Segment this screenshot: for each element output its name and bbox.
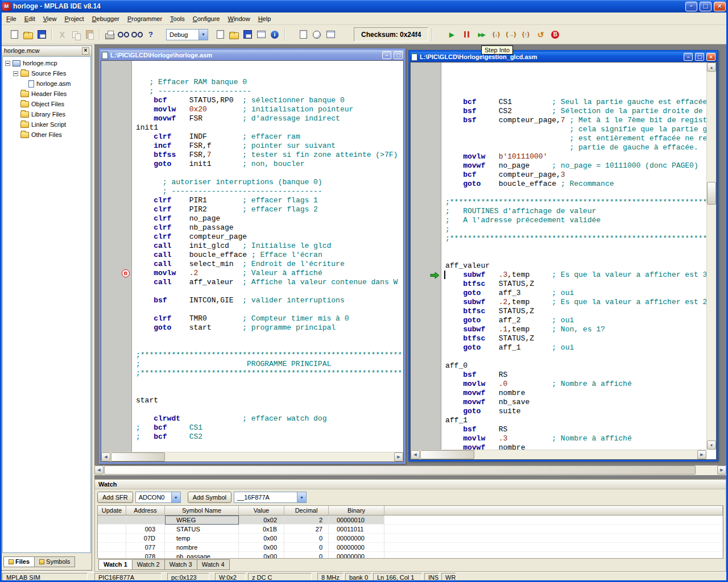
minimize-button[interactable]: – bbox=[685, 2, 697, 11]
logic-analyzer-icon[interactable] bbox=[324, 28, 337, 41]
watch-row[interactable]: WREG0x02200000010 bbox=[98, 516, 723, 525]
menu-programmer[interactable]: Programmer bbox=[123, 14, 166, 24]
editor2-close-button[interactable]: × bbox=[706, 53, 715, 61]
watch-row[interactable]: 078nb_passage0x00000000000 bbox=[98, 552, 723, 559]
save-workspace-icon[interactable] bbox=[241, 28, 254, 41]
tree-item-linker-script[interactable]: Linker Script bbox=[3, 119, 90, 130]
halt-icon[interactable] bbox=[460, 28, 473, 41]
watch-tab-watch-4[interactable]: Watch 4 bbox=[197, 559, 230, 570]
scroll-thumb[interactable] bbox=[420, 450, 474, 459]
watch-column-binary[interactable]: Binary bbox=[329, 506, 384, 516]
menu-edit[interactable]: Edit bbox=[20, 14, 39, 24]
tree-item-other-files[interactable]: Other Files bbox=[3, 130, 90, 140]
sfr-select[interactable]: ADCON0 ▼ bbox=[135, 492, 181, 503]
watch-column-symbol-name[interactable]: Symbol Name bbox=[165, 506, 239, 516]
tree-item-source-files[interactable]: Source Files bbox=[3, 68, 90, 78]
menu-help[interactable]: Help bbox=[254, 14, 275, 24]
scroll-right-icon[interactable]: ▶ bbox=[394, 452, 403, 462]
scroll-thumb[interactable] bbox=[104, 465, 696, 475]
editor1-minimize-button[interactable]: – bbox=[382, 51, 391, 59]
menu-project[interactable]: Project bbox=[60, 14, 88, 24]
workspace-horizontal-scrollbar[interactable]: ◀ ▶ bbox=[94, 465, 726, 475]
project-tab-symbols[interactable]: Symbols bbox=[34, 556, 75, 567]
add-sfr-button[interactable]: Add SFR bbox=[97, 492, 133, 503]
menu-view[interactable]: View bbox=[39, 14, 61, 24]
editor2-code-area[interactable]: bcf CS1 ; Seul la partie gauche est effa… bbox=[442, 63, 706, 450]
chevron-down-icon[interactable]: ▼ bbox=[171, 492, 180, 502]
find-icon[interactable] bbox=[117, 28, 130, 41]
watch-tab-watch-1[interactable]: Watch 1 bbox=[98, 559, 133, 570]
menu-configure[interactable]: Configure bbox=[189, 14, 224, 24]
editor2-maximize-button[interactable]: □ bbox=[695, 53, 704, 61]
tree-expander-icon[interactable] bbox=[13, 71, 18, 76]
stimulus-icon[interactable] bbox=[297, 28, 309, 41]
scroll-up-icon[interactable]: ▲ bbox=[707, 63, 716, 72]
watch-column-decimal[interactable]: Decimal bbox=[284, 506, 329, 516]
step-over-icon[interactable]: {→} bbox=[504, 28, 517, 41]
project-window-header[interactable]: horloge.mcw × bbox=[2, 46, 92, 56]
help-icon[interactable]: ? bbox=[144, 28, 157, 41]
tree-item-object-files[interactable]: Object Files bbox=[3, 99, 90, 109]
title-bar[interactable]: M horloge - MPLAB IDE v8.14 – □ × bbox=[0, 0, 728, 13]
watch-caption[interactable]: Watch bbox=[95, 480, 726, 489]
scroll-right-icon[interactable]: ▶ bbox=[697, 450, 706, 459]
new-file-icon[interactable] bbox=[8, 28, 20, 41]
breakpoint-icon[interactable]: B bbox=[122, 269, 130, 277]
breakpoints-icon[interactable] bbox=[549, 28, 561, 41]
open-project-icon[interactable] bbox=[228, 28, 240, 41]
step-into-icon[interactable]: {↓} bbox=[490, 28, 502, 41]
editor2-horizontal-scrollbar[interactable]: ◀ ▶ bbox=[411, 450, 706, 459]
add-symbol-button[interactable]: Add Symbol bbox=[188, 492, 231, 503]
info-icon[interactable] bbox=[268, 28, 281, 41]
editor2-gutter[interactable] bbox=[411, 63, 441, 450]
find-next-icon[interactable] bbox=[131, 28, 143, 41]
paste-icon[interactable] bbox=[83, 28, 96, 41]
menu-window[interactable]: Window bbox=[224, 14, 254, 24]
chevron-down-icon[interactable]: ▼ bbox=[297, 492, 306, 502]
editor-window-horloge[interactable]: L:\PIC\GLCD\Horloge\horloge.asm – □ B ; … bbox=[99, 48, 406, 464]
menu-debugger[interactable]: Debugger bbox=[88, 14, 123, 24]
step-out-icon[interactable]: {↑} bbox=[519, 28, 532, 41]
menu-file[interactable]: File bbox=[2, 14, 20, 24]
scroll-left-icon[interactable]: ◀ bbox=[94, 465, 104, 475]
editor1-horizontal-scrollbar[interactable]: ◀ ▶ bbox=[101, 452, 403, 462]
build-options-icon[interactable] bbox=[255, 28, 267, 41]
reset-icon[interactable]: ↺ bbox=[534, 28, 547, 41]
editor-window-gestion-glcd[interactable]: L:\PIC\GLCD\Horloge\gestion_glcd.asm – □… bbox=[408, 50, 718, 462]
scroll-down-icon[interactable]: ▼ bbox=[707, 440, 716, 450]
tree-expander-icon[interactable] bbox=[5, 61, 10, 66]
save-file-icon[interactable] bbox=[35, 28, 48, 41]
editor1-maximize-button[interactable]: □ bbox=[394, 51, 403, 59]
scroll-thumb[interactable] bbox=[707, 182, 716, 205]
tree-item-library-files[interactable]: Library Files bbox=[3, 109, 90, 119]
close-button[interactable]: × bbox=[714, 2, 726, 11]
stopwatch-icon[interactable] bbox=[311, 28, 323, 41]
open-file-icon[interactable] bbox=[22, 28, 34, 41]
tree-item-horloge-asm[interactable]: horloge.asm bbox=[3, 78, 90, 89]
tree-item-header-files[interactable]: Header Files bbox=[3, 89, 90, 99]
menu-tools[interactable]: Tools bbox=[166, 14, 189, 24]
scroll-left-icon[interactable]: ◀ bbox=[101, 452, 110, 462]
tree-item-horloge-mcp[interactable]: horloge.mcp bbox=[3, 58, 90, 68]
chevron-down-icon[interactable]: ▼ bbox=[198, 30, 208, 40]
scroll-thumb[interactable] bbox=[111, 452, 165, 462]
cut-icon[interactable] bbox=[56, 28, 68, 41]
watch-column-update[interactable]: Update bbox=[98, 506, 126, 516]
maximize-button[interactable]: □ bbox=[700, 2, 712, 11]
editor2-minimize-button[interactable]: – bbox=[684, 53, 693, 61]
editor1-gutter[interactable]: B bbox=[101, 61, 132, 452]
symbol-select[interactable]: __16F877A ▼ bbox=[234, 492, 307, 503]
print-icon[interactable] bbox=[104, 28, 116, 41]
watch-row[interactable]: 07Dtemp0x00000000000 bbox=[98, 534, 723, 543]
editor1-code-area[interactable]: ; Effacer RAM banque 0 ; ---------------… bbox=[133, 61, 403, 452]
run-icon[interactable]: ▶ bbox=[445, 28, 458, 41]
project-tab-files[interactable]: Files bbox=[3, 556, 35, 567]
editor2-vertical-scrollbar[interactable]: ▲ ▼ bbox=[706, 63, 716, 450]
scroll-right-icon[interactable]: ▶ bbox=[717, 465, 726, 475]
new-project-icon[interactable] bbox=[214, 28, 226, 41]
watch-tab-watch-3[interactable]: Watch 3 bbox=[164, 559, 197, 570]
debug-mode-select[interactable]: Debug ▼ bbox=[166, 29, 208, 40]
editor1-title-bar[interactable]: L:\PIC\GLCD\Horloge\horloge.asm – □ bbox=[101, 50, 404, 60]
close-icon[interactable]: × bbox=[82, 47, 89, 55]
watch-row[interactable]: 003STATUS0x1B2700011011 bbox=[98, 525, 723, 534]
